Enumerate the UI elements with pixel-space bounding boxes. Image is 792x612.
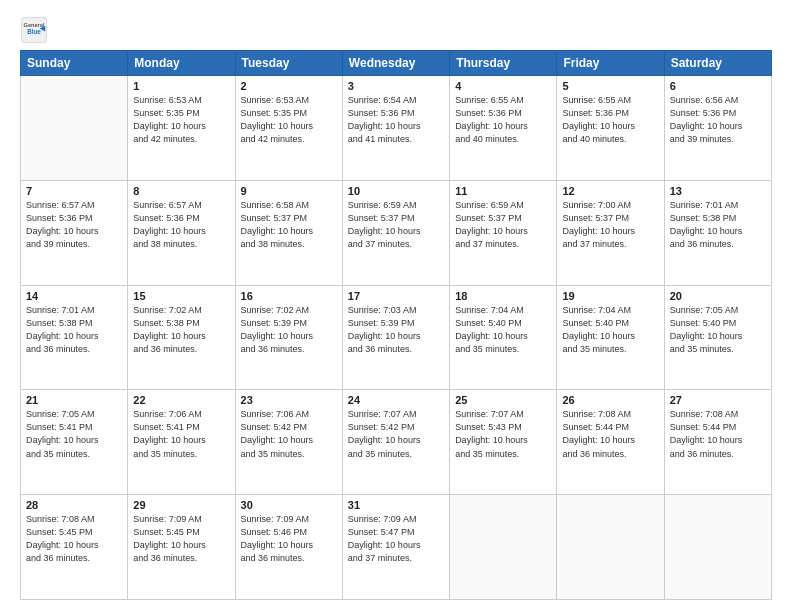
col-header-tuesday: Tuesday bbox=[235, 51, 342, 76]
day-info: Sunrise: 6:54 AM Sunset: 5:36 PM Dayligh… bbox=[348, 94, 444, 146]
svg-text:General: General bbox=[24, 22, 45, 28]
day-info: Sunrise: 7:01 AM Sunset: 5:38 PM Dayligh… bbox=[26, 304, 122, 356]
week-row-5: 28Sunrise: 7:08 AM Sunset: 5:45 PM Dayli… bbox=[21, 495, 772, 600]
week-row-2: 7Sunrise: 6:57 AM Sunset: 5:36 PM Daylig… bbox=[21, 180, 772, 285]
day-number: 3 bbox=[348, 80, 444, 92]
calendar-table: SundayMondayTuesdayWednesdayThursdayFrid… bbox=[20, 50, 772, 600]
calendar-cell: 11Sunrise: 6:59 AM Sunset: 5:37 PM Dayli… bbox=[450, 180, 557, 285]
day-number: 24 bbox=[348, 394, 444, 406]
calendar-cell: 8Sunrise: 6:57 AM Sunset: 5:36 PM Daylig… bbox=[128, 180, 235, 285]
day-number: 28 bbox=[26, 499, 122, 511]
day-info: Sunrise: 6:56 AM Sunset: 5:36 PM Dayligh… bbox=[670, 94, 766, 146]
calendar-cell: 25Sunrise: 7:07 AM Sunset: 5:43 PM Dayli… bbox=[450, 390, 557, 495]
day-info: Sunrise: 7:07 AM Sunset: 5:43 PM Dayligh… bbox=[455, 408, 551, 460]
day-number: 11 bbox=[455, 185, 551, 197]
day-info: Sunrise: 7:02 AM Sunset: 5:38 PM Dayligh… bbox=[133, 304, 229, 356]
day-info: Sunrise: 7:07 AM Sunset: 5:42 PM Dayligh… bbox=[348, 408, 444, 460]
calendar-cell: 9Sunrise: 6:58 AM Sunset: 5:37 PM Daylig… bbox=[235, 180, 342, 285]
day-number: 13 bbox=[670, 185, 766, 197]
calendar-cell: 15Sunrise: 7:02 AM Sunset: 5:38 PM Dayli… bbox=[128, 285, 235, 390]
day-info: Sunrise: 7:03 AM Sunset: 5:39 PM Dayligh… bbox=[348, 304, 444, 356]
day-number: 7 bbox=[26, 185, 122, 197]
day-number: 10 bbox=[348, 185, 444, 197]
day-info: Sunrise: 6:53 AM Sunset: 5:35 PM Dayligh… bbox=[241, 94, 337, 146]
calendar-cell: 5Sunrise: 6:55 AM Sunset: 5:36 PM Daylig… bbox=[557, 76, 664, 181]
calendar-cell: 7Sunrise: 6:57 AM Sunset: 5:36 PM Daylig… bbox=[21, 180, 128, 285]
day-number: 19 bbox=[562, 290, 658, 302]
day-number: 15 bbox=[133, 290, 229, 302]
calendar-cell: 27Sunrise: 7:08 AM Sunset: 5:44 PM Dayli… bbox=[664, 390, 771, 495]
day-info: Sunrise: 7:05 AM Sunset: 5:40 PM Dayligh… bbox=[670, 304, 766, 356]
col-header-wednesday: Wednesday bbox=[342, 51, 449, 76]
calendar-cell bbox=[21, 76, 128, 181]
col-header-monday: Monday bbox=[128, 51, 235, 76]
day-number: 18 bbox=[455, 290, 551, 302]
calendar-cell: 28Sunrise: 7:08 AM Sunset: 5:45 PM Dayli… bbox=[21, 495, 128, 600]
calendar-cell: 22Sunrise: 7:06 AM Sunset: 5:41 PM Dayli… bbox=[128, 390, 235, 495]
col-header-sunday: Sunday bbox=[21, 51, 128, 76]
svg-text:Blue: Blue bbox=[27, 28, 41, 35]
calendar-cell: 19Sunrise: 7:04 AM Sunset: 5:40 PM Dayli… bbox=[557, 285, 664, 390]
day-info: Sunrise: 7:04 AM Sunset: 5:40 PM Dayligh… bbox=[562, 304, 658, 356]
day-info: Sunrise: 7:06 AM Sunset: 5:41 PM Dayligh… bbox=[133, 408, 229, 460]
day-number: 31 bbox=[348, 499, 444, 511]
day-number: 27 bbox=[670, 394, 766, 406]
day-info: Sunrise: 6:53 AM Sunset: 5:35 PM Dayligh… bbox=[133, 94, 229, 146]
day-number: 22 bbox=[133, 394, 229, 406]
day-info: Sunrise: 7:05 AM Sunset: 5:41 PM Dayligh… bbox=[26, 408, 122, 460]
day-number: 2 bbox=[241, 80, 337, 92]
day-info: Sunrise: 6:59 AM Sunset: 5:37 PM Dayligh… bbox=[455, 199, 551, 251]
day-number: 21 bbox=[26, 394, 122, 406]
day-number: 23 bbox=[241, 394, 337, 406]
calendar-cell: 3Sunrise: 6:54 AM Sunset: 5:36 PM Daylig… bbox=[342, 76, 449, 181]
day-number: 5 bbox=[562, 80, 658, 92]
week-row-4: 21Sunrise: 7:05 AM Sunset: 5:41 PM Dayli… bbox=[21, 390, 772, 495]
calendar-cell: 26Sunrise: 7:08 AM Sunset: 5:44 PM Dayli… bbox=[557, 390, 664, 495]
calendar-cell: 17Sunrise: 7:03 AM Sunset: 5:39 PM Dayli… bbox=[342, 285, 449, 390]
day-info: Sunrise: 7:00 AM Sunset: 5:37 PM Dayligh… bbox=[562, 199, 658, 251]
day-info: Sunrise: 6:57 AM Sunset: 5:36 PM Dayligh… bbox=[26, 199, 122, 251]
day-info: Sunrise: 7:04 AM Sunset: 5:40 PM Dayligh… bbox=[455, 304, 551, 356]
calendar-cell: 29Sunrise: 7:09 AM Sunset: 5:45 PM Dayli… bbox=[128, 495, 235, 600]
day-number: 1 bbox=[133, 80, 229, 92]
day-info: Sunrise: 7:06 AM Sunset: 5:42 PM Dayligh… bbox=[241, 408, 337, 460]
day-info: Sunrise: 7:09 AM Sunset: 5:47 PM Dayligh… bbox=[348, 513, 444, 565]
calendar-cell: 6Sunrise: 6:56 AM Sunset: 5:36 PM Daylig… bbox=[664, 76, 771, 181]
day-number: 17 bbox=[348, 290, 444, 302]
day-info: Sunrise: 6:57 AM Sunset: 5:36 PM Dayligh… bbox=[133, 199, 229, 251]
day-number: 9 bbox=[241, 185, 337, 197]
day-number: 25 bbox=[455, 394, 551, 406]
day-number: 16 bbox=[241, 290, 337, 302]
col-header-saturday: Saturday bbox=[664, 51, 771, 76]
calendar-cell: 12Sunrise: 7:00 AM Sunset: 5:37 PM Dayli… bbox=[557, 180, 664, 285]
calendar-cell: 31Sunrise: 7:09 AM Sunset: 5:47 PM Dayli… bbox=[342, 495, 449, 600]
calendar-cell: 16Sunrise: 7:02 AM Sunset: 5:39 PM Dayli… bbox=[235, 285, 342, 390]
day-info: Sunrise: 6:58 AM Sunset: 5:37 PM Dayligh… bbox=[241, 199, 337, 251]
day-info: Sunrise: 7:08 AM Sunset: 5:44 PM Dayligh… bbox=[562, 408, 658, 460]
day-number: 12 bbox=[562, 185, 658, 197]
day-info: Sunrise: 6:59 AM Sunset: 5:37 PM Dayligh… bbox=[348, 199, 444, 251]
calendar-cell: 13Sunrise: 7:01 AM Sunset: 5:38 PM Dayli… bbox=[664, 180, 771, 285]
logo: General Blue bbox=[20, 16, 52, 44]
week-row-3: 14Sunrise: 7:01 AM Sunset: 5:38 PM Dayli… bbox=[21, 285, 772, 390]
calendar-cell: 14Sunrise: 7:01 AM Sunset: 5:38 PM Dayli… bbox=[21, 285, 128, 390]
day-number: 20 bbox=[670, 290, 766, 302]
week-row-1: 1Sunrise: 6:53 AM Sunset: 5:35 PM Daylig… bbox=[21, 76, 772, 181]
day-info: Sunrise: 7:08 AM Sunset: 5:44 PM Dayligh… bbox=[670, 408, 766, 460]
day-info: Sunrise: 6:55 AM Sunset: 5:36 PM Dayligh… bbox=[562, 94, 658, 146]
calendar-cell: 18Sunrise: 7:04 AM Sunset: 5:40 PM Dayli… bbox=[450, 285, 557, 390]
page: General Blue SundayMondayTuesdayWednesda… bbox=[0, 0, 792, 612]
calendar-header-row: SundayMondayTuesdayWednesdayThursdayFrid… bbox=[21, 51, 772, 76]
col-header-friday: Friday bbox=[557, 51, 664, 76]
calendar-cell bbox=[664, 495, 771, 600]
header: General Blue bbox=[20, 16, 772, 44]
col-header-thursday: Thursday bbox=[450, 51, 557, 76]
day-info: Sunrise: 7:01 AM Sunset: 5:38 PM Dayligh… bbox=[670, 199, 766, 251]
day-info: Sunrise: 6:55 AM Sunset: 5:36 PM Dayligh… bbox=[455, 94, 551, 146]
day-number: 4 bbox=[455, 80, 551, 92]
calendar-cell: 23Sunrise: 7:06 AM Sunset: 5:42 PM Dayli… bbox=[235, 390, 342, 495]
day-info: Sunrise: 7:09 AM Sunset: 5:45 PM Dayligh… bbox=[133, 513, 229, 565]
calendar-cell: 21Sunrise: 7:05 AM Sunset: 5:41 PM Dayli… bbox=[21, 390, 128, 495]
day-number: 6 bbox=[670, 80, 766, 92]
calendar-cell: 24Sunrise: 7:07 AM Sunset: 5:42 PM Dayli… bbox=[342, 390, 449, 495]
